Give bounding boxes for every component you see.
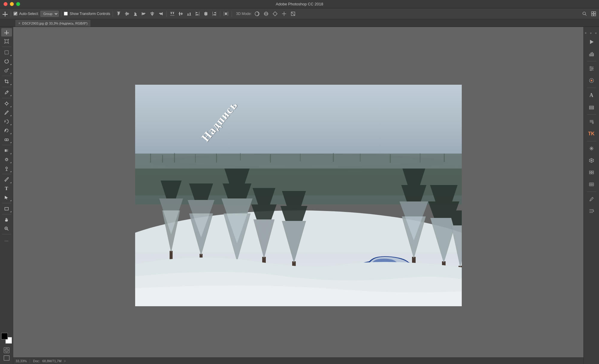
play-panel-button[interactable] <box>586 37 597 47</box>
workspace-button[interactable] <box>590 10 597 17</box>
crop-tool[interactable] <box>1 77 12 86</box>
zoom-tool[interactable] <box>1 225 12 233</box>
dodge-tool[interactable] <box>1 164 12 173</box>
path-select-tool[interactable] <box>1 193 12 202</box>
quick-mask-button[interactable] <box>1 347 12 354</box>
scale-3d[interactable] <box>289 10 297 17</box>
minimize-button[interactable] <box>10 2 14 6</box>
move-tool-icon[interactable] <box>2 10 8 17</box>
svg-rect-177 <box>593 54 594 56</box>
panel-expand-button[interactable]: » <box>589 31 593 35</box>
svg-rect-36 <box>206 12 206 16</box>
blur-tool[interactable] <box>1 155 12 164</box>
gradient-tool[interactable] <box>1 146 12 155</box>
distribute-left[interactable] <box>194 10 201 17</box>
eyedropper-tool[interactable] <box>1 88 12 97</box>
distribute-spacing[interactable] <box>223 10 229 17</box>
histogram-panel-button[interactable] <box>586 48 597 59</box>
svg-rect-55 <box>594 12 596 13</box>
svg-point-52 <box>583 12 586 15</box>
close-button[interactable] <box>4 2 7 6</box>
paragraph-panel-button[interactable] <box>586 116 597 127</box>
marquee-tool[interactable] <box>1 48 12 57</box>
status-arrow[interactable]: > <box>64 359 66 363</box>
astro-panel-button[interactable] <box>586 143 597 154</box>
clone-tool[interactable] <box>1 117 12 126</box>
align-bottom-edges[interactable] <box>132 10 139 17</box>
show-transform-checkbox[interactable] <box>64 12 68 16</box>
align-right-edges[interactable] <box>157 10 164 17</box>
adjustments-panel-button[interactable] <box>586 179 597 190</box>
tk-panel-button[interactable]: TK <box>586 128 597 139</box>
align-vertical-centers[interactable] <box>124 10 130 17</box>
panel-close-button[interactable]: × <box>584 31 588 35</box>
panel-sep-1 <box>587 61 596 61</box>
3d-panel-button[interactable] <box>586 155 597 166</box>
svg-rect-31 <box>196 12 197 13</box>
screen-mode-button[interactable] <box>1 354 12 362</box>
drag-3d[interactable] <box>271 10 279 17</box>
distribute-horizontal[interactable] <box>203 10 209 17</box>
eraser-tool[interactable] <box>1 135 12 144</box>
lasso-tool[interactable] <box>1 57 12 66</box>
separator-3 <box>113 11 113 17</box>
artboard-tool[interactable] <box>1 37 12 46</box>
timeline-panel-button[interactable] <box>586 167 597 178</box>
tab-label: DSCF2903.jpg @ 33,3% (Надпись, RGB/8*) <box>22 22 87 25</box>
shape-tool[interactable] <box>1 204 12 213</box>
tool-sep-7 <box>2 203 11 203</box>
distribute-vertical[interactable] <box>177 10 184 17</box>
quick-select-tool[interactable] <box>1 66 12 75</box>
pen-tool[interactable] <box>1 175 12 184</box>
show-transform-label: Show Transform Controls <box>70 12 110 16</box>
svg-rect-33 <box>199 12 199 16</box>
svg-rect-1 <box>117 12 120 12</box>
doc-label: Doc: <box>33 359 40 363</box>
custom-panel-button[interactable] <box>586 206 597 216</box>
align-horizontal-centers[interactable] <box>149 10 156 17</box>
svg-rect-32 <box>196 14 198 15</box>
svg-rect-186 <box>589 106 594 107</box>
history-brush-tool[interactable] <box>1 126 12 135</box>
foreground-color[interactable] <box>1 333 8 339</box>
svg-rect-160 <box>150 154 151 163</box>
adjustments-list-button[interactable] <box>586 63 597 74</box>
svg-rect-8 <box>135 12 135 15</box>
separator-6 <box>232 11 232 17</box>
brush-settings-button[interactable] <box>586 194 597 204</box>
auto-select-checkbox[interactable] <box>13 12 17 16</box>
svg-rect-38 <box>214 12 216 13</box>
color-panel-button[interactable] <box>586 75 597 86</box>
color-swatches[interactable] <box>1 333 12 344</box>
document-tab[interactable]: × DSCF2903.jpg @ 33,3% (Надпись, RGB/8*) <box>15 19 91 27</box>
rotate-3d[interactable] <box>254 10 261 17</box>
search-button[interactable] <box>581 10 588 17</box>
healing-tool[interactable] <box>1 99 12 108</box>
svg-rect-2 <box>118 12 119 15</box>
svg-line-77 <box>7 91 8 92</box>
group-dropdown[interactable]: Group <box>40 11 59 17</box>
svg-rect-202 <box>589 173 591 174</box>
align-left-edges[interactable] <box>141 10 147 17</box>
distribute-bottom[interactable] <box>186 10 192 17</box>
distribute-top[interactable] <box>169 10 176 17</box>
slide-3d[interactable] <box>280 10 288 17</box>
distribute-right[interactable] <box>211 10 218 17</box>
type-tool[interactable]: T <box>1 184 12 193</box>
svg-rect-169 <box>360 154 360 162</box>
panel-collapse-button[interactable]: « <box>594 31 598 35</box>
align-top-edges[interactable] <box>115 10 122 17</box>
extra-tools[interactable]: … <box>1 236 12 244</box>
hand-tool[interactable] <box>1 216 12 224</box>
svg-marker-0 <box>2 11 8 16</box>
move-tool[interactable] <box>1 28 12 37</box>
separator-4 <box>166 11 167 17</box>
roll-3d[interactable] <box>262 10 270 17</box>
tab-close-icon[interactable]: × <box>18 21 20 25</box>
maximize-button[interactable] <box>16 2 20 6</box>
layers-panel-button[interactable] <box>586 102 597 113</box>
brush-tool[interactable] <box>1 108 12 117</box>
svg-rect-23 <box>179 12 180 13</box>
type-panel-button[interactable]: A <box>586 90 597 101</box>
svg-point-182 <box>592 68 593 69</box>
